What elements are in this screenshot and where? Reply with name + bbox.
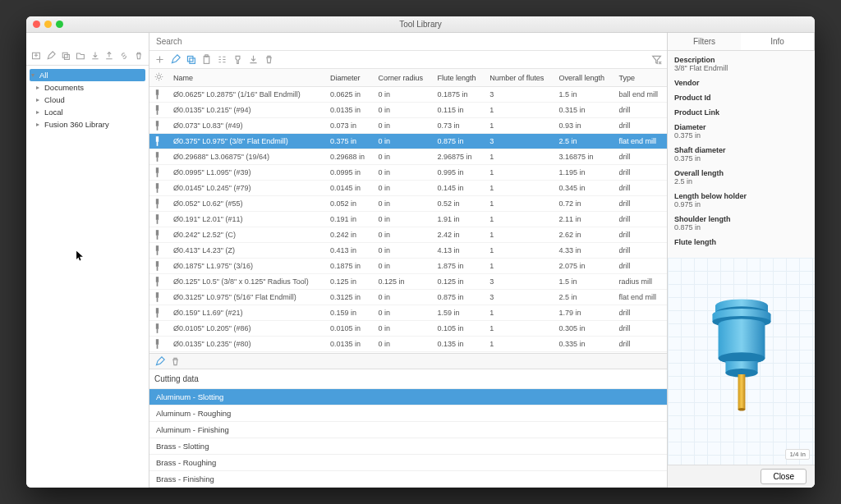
sidebar: ▾All ▸Documents ▸Cloud ▸Local ▸Fusion 36… (26, 33, 149, 488)
table-row[interactable]: Ø0.073" L0.83" (#49)0.073 in0 in0.73 in1… (149, 118, 667, 134)
cell-flute-length: 0.125 in (432, 274, 485, 290)
tool-preview[interactable]: 1/4 in (668, 258, 815, 465)
svg-rect-9 (157, 95, 159, 99)
svg-rect-34 (156, 292, 159, 298)
cell-flute-length: 0.875 in (432, 290, 485, 305)
cell-corner-radius: 0 in (373, 259, 432, 274)
col-num-flutes[interactable]: Number of flutes (485, 69, 554, 87)
close-button[interactable]: Close (761, 469, 807, 484)
tab-info[interactable]: Info (741, 33, 815, 50)
edit-tool-icon[interactable] (170, 54, 181, 65)
cell-overall-length: 0.305 in (554, 321, 614, 337)
new-library-icon[interactable] (31, 50, 41, 62)
table-row[interactable]: Ø0.0135" L0.235" (#80)0.0135 in0 in0.135… (149, 337, 667, 352)
cell-flute-length: 2.96875 in (432, 149, 485, 165)
edit-icon[interactable] (46, 50, 56, 62)
minimize-window-icon[interactable] (44, 21, 52, 28)
delete-preset-icon[interactable] (170, 356, 181, 367)
clear-filter-icon[interactable] (651, 54, 662, 65)
edit-preset-icon[interactable] (154, 356, 165, 367)
cell-type: drill (614, 227, 667, 243)
svg-rect-37 (157, 314, 159, 318)
cell-type: ball end mill (614, 87, 667, 103)
gear-icon[interactable] (154, 72, 163, 81)
cutting-preset[interactable]: Aluminum - Finishing (149, 422, 667, 438)
cutting-preset[interactable]: Aluminum - Roughing (149, 405, 667, 422)
info-productid-label: Product Id (674, 94, 808, 102)
cell-type: drill (614, 165, 667, 181)
svg-rect-30 (156, 261, 159, 267)
cell-overall-length: 1.5 in (554, 87, 614, 103)
table-row[interactable]: Ø0.191" L2.01" (#11)0.191 in0 in1.91 in1… (149, 212, 667, 227)
table-row[interactable]: Ø0.159" L1.69" (#21)0.159 in0 in1.59 in1… (149, 305, 667, 321)
cell-type: drill (614, 212, 667, 227)
cutting-preset[interactable]: Brass - Slotting (149, 438, 667, 455)
col-name[interactable]: Name (168, 69, 325, 87)
info-overall-value: 2.5 in (674, 177, 808, 186)
export-tool-icon[interactable] (248, 54, 259, 65)
cell-type: drill (614, 118, 667, 134)
cell-num-flutes: 1 (485, 243, 554, 259)
svg-rect-24 (156, 214, 159, 220)
nav-documents[interactable]: ▸Documents (26, 81, 149, 94)
cutting-preset[interactable]: Brass - Finishing (149, 471, 667, 488)
import-icon[interactable] (104, 50, 114, 62)
col-corner-radius[interactable]: Corner radius (373, 69, 432, 87)
table-row[interactable]: Ø0.1875" L1.975" (3/16)0.1875 in0 in1.87… (149, 259, 667, 274)
cell-overall-length: 1.5 in (554, 274, 614, 290)
table-row[interactable]: Ø0.0995" L1.095" (#39)0.0995 in0 in0.995… (149, 165, 667, 181)
cell-corner-radius: 0 in (373, 165, 432, 181)
col-flute-length[interactable]: Flute length (432, 69, 485, 87)
nav-local[interactable]: ▸Local (26, 106, 149, 118)
copy-icon[interactable] (61, 50, 71, 62)
svg-rect-15 (157, 142, 159, 146)
renumber-icon[interactable] (217, 54, 227, 65)
copy-tool-icon[interactable] (186, 54, 196, 65)
nav-cloud[interactable]: ▸Cloud (26, 94, 149, 106)
info-shaft-value: 0.375 in (674, 154, 808, 163)
table-row[interactable]: Ø0.0135" L0.215" (#94)0.0135 in0 in0.115… (149, 103, 667, 118)
tab-filters[interactable]: Filters (668, 33, 741, 50)
tool-shape-icon (155, 323, 159, 333)
cell-diameter: 0.125 in (325, 274, 373, 290)
cutting-preset[interactable]: Aluminum - Slotting (149, 389, 667, 405)
delete-tool-icon[interactable] (264, 54, 274, 65)
paste-tool-icon[interactable] (201, 54, 212, 65)
col-type[interactable]: Type (614, 69, 667, 87)
delete-icon[interactable] (134, 50, 144, 62)
svg-rect-39 (157, 329, 159, 333)
nav-all[interactable]: ▾All (30, 69, 145, 81)
svg-rect-32 (156, 277, 159, 282)
cell-name: Ø0.0995" L1.095" (#39) (168, 165, 325, 181)
table-row[interactable]: Ø0.29688" L3.06875" (19/64)0.29688 in0 i… (149, 149, 667, 165)
tool-table-wrap[interactable]: Name Diameter Corner radius Flute length… (149, 69, 667, 353)
table-row[interactable]: Ø0.375" L0.975" (3/8" Flat Endmill)0.375… (149, 134, 667, 149)
maximize-window-icon[interactable] (56, 21, 63, 28)
close-window-icon[interactable] (33, 21, 40, 28)
folder-icon[interactable] (76, 50, 85, 62)
svg-rect-41 (157, 345, 159, 349)
table-row[interactable]: Ø0.0145" L0.245" (#79)0.0145 in0 in0.145… (149, 181, 667, 196)
col-diameter[interactable]: Diameter (325, 69, 373, 87)
add-tool-icon[interactable] (154, 54, 165, 65)
cell-diameter: 0.073 in (325, 118, 373, 134)
holder-icon[interactable] (232, 54, 243, 65)
svg-rect-16 (156, 152, 159, 158)
table-row[interactable]: Ø0.052" L0.62" (#55)0.052 in0 in0.52 in1… (149, 196, 667, 212)
cell-flute-length: 0.105 in (432, 321, 485, 337)
nav-fusion360[interactable]: ▸Fusion 360 Library (26, 118, 149, 131)
cell-num-flutes: 3 (485, 290, 554, 305)
svg-rect-1 (62, 53, 67, 57)
table-row[interactable]: Ø0.125" L0.5" (3/8" x 0.125" Radius Tool… (149, 274, 667, 290)
export-icon[interactable] (90, 50, 100, 62)
cutting-preset[interactable]: Brass - Roughing (149, 455, 667, 471)
search-input[interactable] (156, 37, 660, 46)
table-row[interactable]: Ø0.413" L4.23" (Z)0.413 in0 in4.13 in14.… (149, 243, 667, 259)
table-row[interactable]: Ø0.242" L2.52" (C)0.242 in0 in2.42 in12.… (149, 227, 667, 243)
col-overall-length[interactable]: Overall length (554, 69, 614, 87)
table-row[interactable]: Ø0.0625" L0.2875" (1/16" Ball Endmill)0.… (149, 87, 667, 103)
table-row[interactable]: Ø0.3125" L0.975" (5/16" Flat Endmill)0.3… (149, 290, 667, 305)
table-row[interactable]: Ø0.0105" L0.205" (#86)0.0105 in0 in0.105… (149, 321, 667, 337)
link-icon[interactable] (119, 50, 129, 62)
info-vendor-label: Vendor (674, 79, 808, 87)
